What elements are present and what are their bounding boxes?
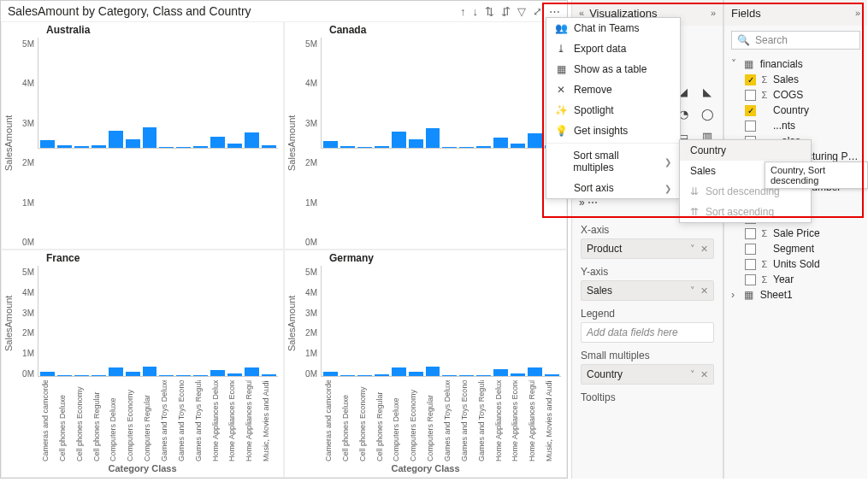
bar[interactable]	[126, 372, 140, 376]
bar[interactable]	[493, 138, 508, 148]
bar[interactable]	[409, 139, 423, 148]
bar[interactable]	[323, 141, 338, 148]
bar[interactable]	[528, 367, 542, 376]
bar[interactable]	[340, 146, 355, 148]
bar[interactable]	[426, 128, 440, 148]
bar[interactable]	[459, 375, 474, 376]
checkbox-icon[interactable]	[745, 274, 756, 285]
bar[interactable]	[227, 373, 242, 376]
expand-down-icon[interactable]: ⇵	[501, 6, 511, 17]
bar[interactable]	[476, 375, 491, 376]
bar[interactable]	[493, 369, 508, 376]
checkbox-icon[interactable]	[745, 90, 756, 101]
bar[interactable]	[176, 147, 191, 148]
field-partial-1[interactable]: ...nts	[745, 118, 862, 133]
drill-down-icon[interactable]: ↓	[473, 6, 479, 17]
bar[interactable]	[109, 367, 123, 376]
bar[interactable]	[442, 375, 457, 376]
bar[interactable]	[57, 145, 72, 148]
bar[interactable]	[227, 144, 242, 148]
menu-sort-small-multiples[interactable]: Sort small multiples❯	[546, 145, 680, 178]
bar[interactable]	[357, 147, 372, 148]
bars-area[interactable]	[321, 266, 561, 377]
bar[interactable]	[375, 146, 389, 148]
small-multiples-well[interactable]: Country ˅✕	[581, 364, 714, 385]
bar[interactable]	[143, 367, 157, 376]
chevron-down-icon[interactable]: ˅	[690, 244, 695, 255]
checkbox-checked-icon[interactable]: ✓	[745, 105, 756, 116]
bar[interactable]	[528, 133, 542, 148]
table-sheet1[interactable]: › ▦ Sheet1	[729, 287, 862, 303]
bar[interactable]	[511, 373, 525, 376]
fields-search-input[interactable]: 🔍 Search	[731, 31, 860, 50]
checkbox-icon[interactable]	[745, 228, 756, 239]
bar[interactable]	[57, 375, 72, 376]
bar[interactable]	[409, 372, 423, 376]
menu-sort-axis[interactable]: Sort axis❯	[546, 178, 680, 198]
bar[interactable]	[476, 146, 491, 148]
drill-hierarchy-icon[interactable]: ⇅	[485, 6, 494, 17]
bar[interactable]	[193, 146, 208, 148]
bar[interactable]	[143, 127, 157, 148]
expand-pane-icon[interactable]: »	[855, 8, 860, 18]
remove-field-icon[interactable]: ✕	[700, 369, 708, 380]
checkbox-icon[interactable]	[745, 120, 756, 132]
checkbox-icon[interactable]	[745, 244, 756, 255]
field-year[interactable]: ΣYear	[745, 272, 862, 287]
menu-spotlight[interactable]: ✨Spotlight	[546, 100, 680, 120]
viz-donut-icon[interactable]: ◯	[697, 104, 717, 123]
bars-area[interactable]	[38, 38, 278, 149]
filter-icon[interactable]: ▽	[517, 6, 526, 17]
remove-field-icon[interactable]: ✕	[700, 285, 708, 297]
checkbox-checked-icon[interactable]: ✓	[745, 74, 756, 85]
remove-field-icon[interactable]: ✕	[700, 244, 708, 255]
chevron-down-icon[interactable]: ˅	[690, 285, 695, 297]
bar[interactable]	[375, 374, 389, 376]
bar[interactable]	[126, 139, 140, 148]
bar[interactable]	[323, 372, 338, 376]
yaxis-well[interactable]: Sales ˅✕	[581, 280, 714, 301]
field-segment[interactable]: Segment	[745, 241, 862, 256]
checkbox-icon[interactable]	[745, 259, 756, 270]
field-units-sold[interactable]: ΣUnits Sold	[745, 256, 862, 272]
viz-stacked-area-icon[interactable]: ◣	[697, 82, 717, 101]
submenu-sort-ascending[interactable]: ⇈Sort ascending	[680, 202, 811, 222]
bar[interactable]	[40, 372, 55, 376]
bar[interactable]	[210, 137, 225, 148]
bar[interactable]	[545, 374, 559, 376]
bar[interactable]	[442, 147, 457, 148]
bar[interactable]	[426, 367, 440, 376]
bar[interactable]	[459, 147, 474, 148]
field-sales[interactable]: ✓ΣSales	[745, 72, 862, 87]
bars-area[interactable]	[321, 38, 561, 149]
bars-area[interactable]	[38, 266, 278, 377]
field-sale-price[interactable]: ΣSale Price	[745, 226, 862, 241]
menu-remove[interactable]: ✕Remove	[546, 79, 680, 100]
expand-pane-icon[interactable]: »	[711, 8, 716, 18]
bar[interactable]	[357, 375, 372, 376]
focus-mode-icon[interactable]: ⤢	[533, 6, 542, 17]
bar[interactable]	[193, 375, 208, 376]
bar[interactable]	[210, 370, 225, 376]
field-cogs[interactable]: ΣCOGS	[745, 87, 862, 103]
bar[interactable]	[74, 146, 89, 148]
field-country[interactable]: ✓Country	[745, 103, 862, 118]
menu-chat-in-teams[interactable]: 👥Chat in Teams	[546, 18, 680, 38]
bar[interactable]	[40, 140, 55, 148]
menu-get-insights[interactable]: 💡Get insights	[546, 120, 680, 141]
chevron-down-icon[interactable]: ˅	[690, 369, 695, 380]
submenu-country[interactable]: Country	[680, 140, 811, 161]
bar[interactable]	[92, 145, 106, 148]
table-financials[interactable]: ˅ ▦ financials	[729, 56, 862, 72]
legend-well[interactable]: Add data fields here	[581, 322, 714, 343]
bar[interactable]	[159, 147, 174, 148]
bar[interactable]	[392, 132, 406, 148]
bar[interactable]	[176, 375, 191, 376]
bar[interactable]	[245, 132, 259, 148]
bar[interactable]	[392, 367, 406, 376]
menu-export-data[interactable]: ⤓Export data	[546, 38, 680, 59]
bar[interactable]	[159, 375, 174, 376]
bar[interactable]	[92, 375, 106, 376]
bar[interactable]	[262, 145, 276, 148]
bar[interactable]	[262, 374, 276, 376]
